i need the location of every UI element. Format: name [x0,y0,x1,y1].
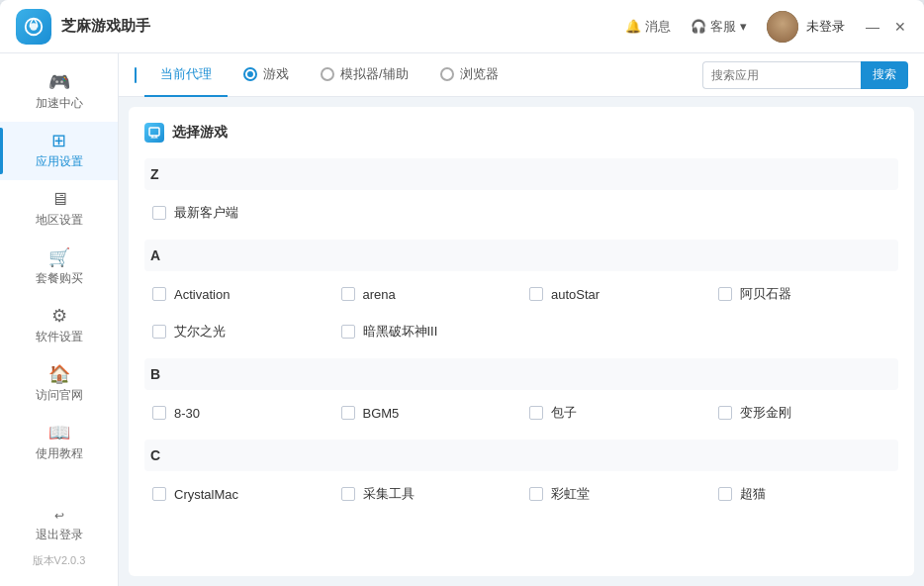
section-c-letter: C [144,440,898,471]
game-item-diablo[interactable]: 暗黑破坏神III [333,317,522,346]
subnav-current-proxy-label: 当前代理 [160,65,212,83]
service-label: 客服 [710,18,736,36]
sidebar-item-software[interactable]: ⚙ 软件设置 [0,297,118,355]
search-button[interactable]: 搜索 [861,61,908,89]
sidebar-spacer [0,472,118,499]
game-checkbox-abeshiqi[interactable] [718,287,732,301]
game-label-diablo: 暗黑破坏神III [363,323,438,341]
sidebar-label-speedup: 加速中心 [36,95,83,112]
game-label-airzhi: 艾尔之光 [174,323,226,341]
game-item-bgm5[interactable]: BGM5 [333,398,522,428]
avatar[interactable] [767,11,798,43]
game-checkbox-caihongtang[interactable] [529,487,543,501]
emulator-radio [321,67,334,81]
section-b-letter: B [144,358,898,390]
user-area: 未登录 [767,11,865,43]
avatar-image [767,11,798,43]
game-checkbox-chaomao[interactable] [718,487,732,501]
app-logo [16,9,51,45]
service-button[interactable]: 🎧 客服 ▾ [691,18,747,36]
games-title: 选择游戏 [172,124,228,142]
game-checkbox-caiji[interactable] [341,487,355,501]
close-button[interactable]: ✕ [892,19,908,35]
sidebar-label-official: 访问官网 [36,387,83,404]
content-area: 当前代理 游戏 模拟器/辅助 浏览器 [119,53,924,586]
message-button[interactable]: 🔔 消息 [625,18,671,36]
subnav-current-proxy[interactable]: 当前代理 [144,53,228,97]
monitor-icon: 🖥 [50,190,68,208]
game-item-airzhi[interactable]: 艾尔之光 [144,317,333,346]
game-item-caihongtang[interactable]: 彩虹堂 [521,479,710,509]
game-item-activation[interactable]: Activation [144,279,333,309]
game-label-abeshiqi: 阿贝石器 [740,285,791,303]
game-checkbox-activation[interactable] [152,287,166,301]
game-item-baozi[interactable]: 包子 [521,398,710,428]
game-item-arena[interactable]: arena [333,279,522,309]
main-layout: 🎮 加速中心 ⊞ 应用设置 🖥 地区设置 🛒 套餐购买 ⚙ 软件设置 🏠 访 [0,53,924,586]
game-label-autostar: autoStar [551,287,600,302]
sidebar: 🎮 加速中心 ⊞ 应用设置 🖥 地区设置 🛒 套餐购买 ⚙ 软件设置 🏠 访 [0,53,119,586]
minimize-button[interactable]: — [865,19,880,35]
sidebar-item-region[interactable]: 🖥 地区设置 [0,180,118,239]
subnav-emulator[interactable]: 模拟器/辅助 [305,53,424,97]
sidebar-item-speedup[interactable]: 🎮 加速中心 [0,63,118,122]
games-header: 选择游戏 [144,123,898,143]
game-label-caiji: 采集工具 [363,485,415,503]
game-item-chaomao[interactable]: 超猫 [710,479,899,509]
game-checkbox-autostar[interactable] [529,287,543,301]
game-checkbox-bgm5[interactable] [341,406,355,420]
game-checkbox-830[interactable] [152,406,166,420]
section-a-letter: A [144,240,898,271]
game-label-chaomao: 超猫 [740,485,766,503]
gamepad-icon: 🎮 [48,73,70,91]
game-checkbox-arena[interactable] [341,287,355,301]
game-checkbox-diablo[interactable] [341,325,355,339]
section-z-grid: 最新客户端 [144,198,898,228]
titlebar: 芝麻游戏助手 🔔 消息 🎧 客服 ▾ 未登录 — ✕ [0,0,924,53]
search-input[interactable] [702,61,861,89]
login-status[interactable]: 未登录 [806,18,845,36]
sidebar-label-software: 软件设置 [36,329,83,345]
game-item-abeshiqi[interactable]: 阿贝石器 [710,279,899,309]
sidebar-item-app-settings[interactable]: ⊞ 应用设置 [0,122,118,180]
game-item-caiji[interactable]: 采集工具 [333,479,522,509]
sidebar-item-official[interactable]: 🏠 访问官网 [0,355,118,414]
game-item-autostar[interactable]: autoStar [521,279,710,309]
grid-icon: ⊞ [51,132,66,149]
section-z-letter: Z [144,158,898,190]
section-c-grid: CrystalMac 采集工具 彩虹堂 超猫 [144,479,898,509]
logout-button[interactable]: ↩ 退出登录 [0,499,118,553]
game-checkbox-crystalmac[interactable] [152,487,166,501]
game-label-activation: Activation [174,287,230,302]
section-a-grid: Activation arena autoStar 阿贝石器 [144,279,898,346]
game-item-830[interactable]: 8-30 [144,398,333,428]
game-item-zuixin[interactable]: 最新客户端 [144,198,333,228]
subnav-browser[interactable]: 浏览器 [424,53,514,97]
titlebar-actions: 🔔 消息 🎧 客服 ▾ [625,18,747,36]
browser-radio [440,67,454,81]
subnav-divider [135,67,137,83]
game-checkbox-baozi[interactable] [529,406,543,420]
game-radio-dot [247,71,253,77]
version-label: 版本V2.0.3 [0,553,118,576]
window-controls: — ✕ [865,19,908,35]
sidebar-item-tutorial[interactable]: 📖 使用教程 [0,414,118,472]
game-checkbox-airzhi[interactable] [152,325,166,339]
app-name: 芝麻游戏助手 [61,17,625,36]
sidebar-item-package[interactable]: 🛒 套餐购买 [0,239,118,297]
game-label-830: 8-30 [174,406,200,421]
svg-rect-2 [149,128,159,136]
games-area: 选择游戏 Z 最新客户端 A [119,97,924,586]
game-label-zuixin: 最新客户端 [174,204,238,222]
game-item-crystalmac[interactable]: CrystalMac [144,479,333,509]
game-checkbox-zuixin[interactable] [152,206,166,220]
subnav-game[interactable]: 游戏 [228,53,305,97]
game-checkbox-transformer[interactable] [718,406,732,420]
game-item-transformer[interactable]: 变形金刚 [710,398,899,428]
games-header-icon [144,123,164,143]
logout-icon: ↩ [54,509,64,523]
game-radio [243,67,257,81]
game-label-bgm5: BGM5 [363,406,400,421]
subnav-emulator-label: 模拟器/辅助 [340,65,409,83]
subnav-browser-label: 浏览器 [460,65,499,83]
